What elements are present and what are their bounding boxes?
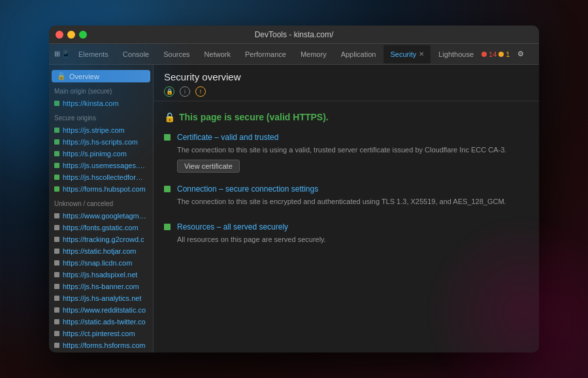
error-dot — [482, 52, 487, 57]
security-icons: 🔒 i ! — [164, 86, 529, 97]
tab-network[interactable]: Network — [198, 45, 237, 63]
sidebar-item-hsforms[interactable]: https://forms.hsforms.com — [49, 339, 153, 351]
page-title: Security overview — [164, 71, 529, 82]
secure-dot-1 — [54, 139, 59, 145]
view-certificate-button[interactable]: View certificate — [177, 160, 240, 173]
more-options-icon[interactable]: ⋮ — [532, 47, 539, 61]
warning-icon[interactable]: ! — [195, 86, 206, 97]
tab-security[interactable]: Security ✕ — [384, 45, 431, 63]
tab-close-icon[interactable]: ✕ — [419, 50, 424, 58]
sidebar-item-stripe[interactable]: https://js.stripe.com — [49, 124, 153, 136]
unknown-dot-6 — [54, 284, 59, 289]
secure-message: 🔒 This page is secure (valid HTTPS). — [164, 112, 529, 122]
sidebar: 🔒 Overview Main origin (secure) https://… — [49, 65, 154, 352]
sidebar-item-licdn[interactable]: https://snap.licdn.com — [49, 257, 153, 269]
unknown-dot-9 — [54, 319, 59, 324]
connection-status-dot — [164, 186, 171, 192]
error-count: 14 — [489, 50, 497, 58]
secure-dot-5 — [54, 186, 59, 192]
secure-dot-4 — [54, 175, 59, 180]
settings-icon[interactable]: ⚙ — [514, 47, 528, 61]
main-origin-label: Main origin (secure) — [49, 82, 153, 97]
error-badge[interactable]: 14 1 — [482, 50, 510, 58]
unknown-dot-1 — [54, 225, 59, 230]
sidebar-item-pinimg[interactable]: https://s.pinimg.com — [49, 148, 153, 160]
sidebar-item-overview[interactable]: 🔒 Overview — [52, 70, 150, 82]
connection-title: Connection – secure connection settings — [177, 184, 529, 194]
mobile-icon[interactable]: 📱 — [61, 47, 71, 61]
origin-status-dot — [54, 101, 59, 106]
sidebar-item-g2crowd[interactable]: https://tracking.g2crowd.c — [49, 233, 153, 245]
unknown-dot-0 — [54, 213, 59, 218]
unknown-dot-5 — [54, 272, 59, 277]
sidebar-item-main-origin[interactable]: https://kinsta.com — [49, 97, 153, 109]
secure-dot-2 — [54, 151, 59, 156]
devtools-window: DevTools - kinsta.com/ ⊞ 📱 Elements Cons… — [49, 26, 539, 352]
unknown-label: Unknown / canceled — [49, 195, 153, 210]
warning-dot — [498, 52, 504, 57]
unknown-dot-2 — [54, 237, 59, 242]
certificate-section: Certificate – valid and trusted The conn… — [164, 133, 529, 173]
resources-desc: All resources on this page are served se… — [177, 234, 529, 245]
tab-console[interactable]: Console — [116, 45, 155, 63]
minimize-button[interactable] — [67, 31, 75, 39]
maximize-button[interactable] — [79, 31, 87, 39]
unknown-dot-4 — [54, 260, 59, 266]
unknown-dot-3 — [54, 249, 59, 254]
resources-status-dot — [164, 224, 171, 230]
sidebar-item-hs-banner[interactable]: https://js.hs-banner.com — [49, 281, 153, 292]
content-area: 🔒 Overview Main origin (secure) https://… — [49, 65, 539, 352]
sidebar-item-hscollected[interactable]: https://js.hscollectedforms.n — [49, 171, 153, 183]
devtools-toolbar: ⊞ 📱 Elements Console Sources Network Per… — [49, 44, 539, 65]
sidebar-item-ads-twitter[interactable]: https://static.ads-twitter.co — [49, 316, 153, 328]
sidebar-item-googletagmanager[interactable]: https://www.googletagmana — [49, 210, 153, 222]
main-panel: Security overview 🔒 i ! 🔒 This page is s… — [154, 65, 539, 352]
connection-section: Connection – secure connection settings … — [164, 184, 529, 211]
sidebar-item-reddit[interactable]: https://www.redditstatic.co — [49, 304, 153, 316]
unknown-dot-8 — [54, 307, 59, 313]
secure-dot-0 — [54, 128, 59, 133]
toolbar-right: 14 1 ⚙ ⋮ — [482, 47, 539, 61]
sidebar-item-hsadspixel[interactable]: https://js.hsadspixel.net — [49, 269, 153, 281]
certificate-status-dot — [164, 134, 171, 141]
tab-application[interactable]: Application — [335, 45, 383, 63]
sidebar-item-hs-scripts[interactable]: https://js.hs-scripts.com — [49, 136, 153, 148]
secure-lock-icon: 🔒 — [164, 112, 175, 122]
sidebar-item-hs-analytics[interactable]: https://js.hs-analytics.net — [49, 292, 153, 304]
sidebar-item-hubspot[interactable]: https://forms.hubspot.com — [49, 183, 153, 195]
devtools-toggle-icon[interactable]: ⊞ — [54, 47, 60, 61]
tab-memory[interactable]: Memory — [294, 45, 333, 63]
sidebar-item-usemessages[interactable]: https://js.usemessages.com — [49, 160, 153, 171]
sidebar-item-gstatic[interactable]: https://fonts.gstatic.com — [49, 222, 153, 233]
unknown-dot-11 — [54, 343, 59, 348]
lock-icon[interactable]: 🔒 — [164, 86, 174, 97]
resources-section: Resources – all served securely All reso… — [164, 222, 529, 249]
unknown-dot-10 — [54, 331, 59, 336]
sidebar-item-hotjar[interactable]: https://static.hotjar.com — [49, 245, 153, 257]
unknown-dot-7 — [54, 296, 59, 301]
certificate-title: Certificate – valid and trusted — [177, 133, 529, 142]
secure-dot-3 — [54, 163, 59, 168]
main-header: Security overview 🔒 i ! — [154, 65, 539, 101]
certificate-content: Certificate – valid and trusted The conn… — [177, 133, 529, 173]
titlebar: DevTools - kinsta.com/ — [49, 26, 539, 44]
info-icon[interactable]: i — [180, 86, 190, 97]
window-title: DevTools - kinsta.com/ — [255, 30, 334, 39]
main-body: 🔒 This page is secure (valid HTTPS). Cer… — [154, 101, 539, 352]
connection-desc: The connection to this site is encrypted… — [177, 196, 529, 207]
traffic-lights — [56, 31, 87, 39]
tab-sources[interactable]: Sources — [157, 45, 196, 63]
resources-title: Resources – all served securely — [177, 222, 529, 232]
resources-content: Resources – all served securely All reso… — [177, 222, 529, 249]
warning-count: 1 — [506, 50, 510, 58]
close-button[interactable] — [56, 31, 63, 39]
tab-elements[interactable]: Elements — [72, 45, 115, 63]
tab-performance[interactable]: Performance — [238, 45, 293, 63]
sidebar-item-pinterest[interactable]: https://ct.pinterest.com — [49, 328, 153, 339]
connection-content: Connection – secure connection settings … — [177, 184, 529, 211]
certificate-desc: The connection to this site is using a v… — [177, 145, 529, 156]
secure-origins-label: Secure origins — [49, 109, 153, 124]
tab-lighthouse[interactable]: Lighthouse — [432, 45, 480, 63]
